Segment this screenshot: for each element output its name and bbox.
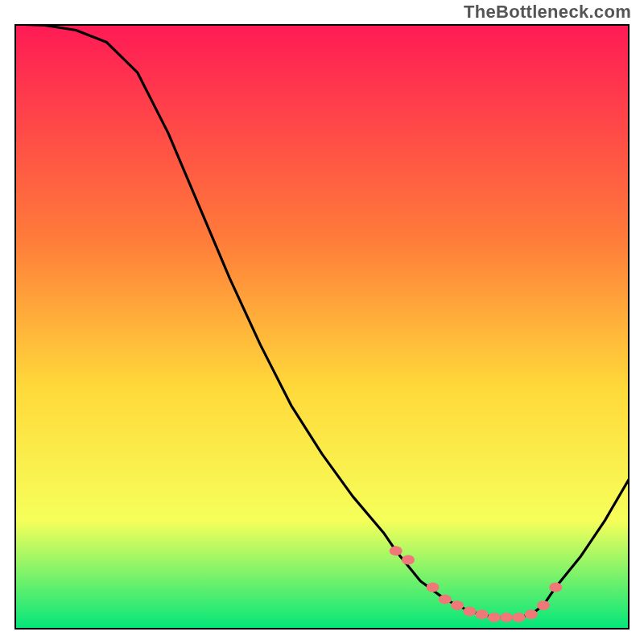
marker-point — [439, 594, 452, 604]
marker-point — [427, 582, 440, 592]
marker-point — [463, 606, 476, 616]
marker-point — [488, 613, 501, 622]
chart-svg — [14, 24, 630, 630]
marker-point — [537, 601, 550, 610]
marker-point — [500, 613, 513, 622]
gradient-background — [14, 24, 630, 630]
marker-point — [549, 582, 562, 592]
marker-point — [451, 601, 464, 610]
attribution-text: TheBottleneck.com — [464, 2, 631, 23]
marker-point — [476, 609, 489, 619]
bottleneck-chart — [14, 24, 630, 630]
marker-point — [390, 546, 402, 555]
marker-point — [513, 613, 526, 622]
marker-point — [402, 555, 415, 565]
marker-point — [525, 609, 538, 619]
